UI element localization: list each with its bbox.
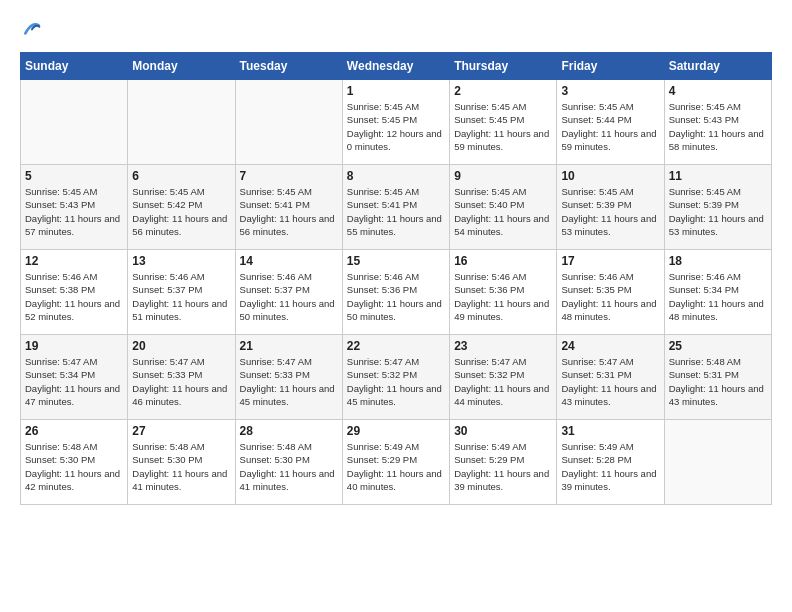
day-number: 21 bbox=[240, 339, 338, 353]
day-number: 23 bbox=[454, 339, 552, 353]
weekday-header-row: SundayMondayTuesdayWednesdayThursdayFrid… bbox=[21, 53, 772, 80]
weekday-header-saturday: Saturday bbox=[664, 53, 771, 80]
calendar-container: SundayMondayTuesdayWednesdayThursdayFrid… bbox=[0, 0, 792, 515]
day-number: 11 bbox=[669, 169, 767, 183]
day-number: 24 bbox=[561, 339, 659, 353]
cell-sun-info: Sunrise: 5:46 AMSunset: 5:36 PMDaylight:… bbox=[454, 270, 552, 323]
calendar-week-5: 26Sunrise: 5:48 AMSunset: 5:30 PMDayligh… bbox=[21, 420, 772, 505]
cell-sun-info: Sunrise: 5:45 AMSunset: 5:42 PMDaylight:… bbox=[132, 185, 230, 238]
cell-sun-info: Sunrise: 5:46 AMSunset: 5:36 PMDaylight:… bbox=[347, 270, 445, 323]
calendar-cell bbox=[21, 80, 128, 165]
calendar-cell: 18Sunrise: 5:46 AMSunset: 5:34 PMDayligh… bbox=[664, 250, 771, 335]
weekday-header-tuesday: Tuesday bbox=[235, 53, 342, 80]
cell-sun-info: Sunrise: 5:46 AMSunset: 5:37 PMDaylight:… bbox=[240, 270, 338, 323]
cell-sun-info: Sunrise: 5:48 AMSunset: 5:30 PMDaylight:… bbox=[132, 440, 230, 493]
calendar-cell: 15Sunrise: 5:46 AMSunset: 5:36 PMDayligh… bbox=[342, 250, 449, 335]
calendar-cell: 1Sunrise: 5:45 AMSunset: 5:45 PMDaylight… bbox=[342, 80, 449, 165]
day-number: 8 bbox=[347, 169, 445, 183]
cell-sun-info: Sunrise: 5:47 AMSunset: 5:33 PMDaylight:… bbox=[240, 355, 338, 408]
calendar-cell: 24Sunrise: 5:47 AMSunset: 5:31 PMDayligh… bbox=[557, 335, 664, 420]
calendar-cell: 30Sunrise: 5:49 AMSunset: 5:29 PMDayligh… bbox=[450, 420, 557, 505]
cell-sun-info: Sunrise: 5:45 AMSunset: 5:40 PMDaylight:… bbox=[454, 185, 552, 238]
day-number: 12 bbox=[25, 254, 123, 268]
cell-sun-info: Sunrise: 5:45 AMSunset: 5:41 PMDaylight:… bbox=[240, 185, 338, 238]
cell-sun-info: Sunrise: 5:49 AMSunset: 5:29 PMDaylight:… bbox=[347, 440, 445, 493]
calendar-cell: 20Sunrise: 5:47 AMSunset: 5:33 PMDayligh… bbox=[128, 335, 235, 420]
calendar-cell: 9Sunrise: 5:45 AMSunset: 5:40 PMDaylight… bbox=[450, 165, 557, 250]
calendar-table: SundayMondayTuesdayWednesdayThursdayFrid… bbox=[20, 52, 772, 505]
cell-sun-info: Sunrise: 5:48 AMSunset: 5:30 PMDaylight:… bbox=[240, 440, 338, 493]
day-number: 20 bbox=[132, 339, 230, 353]
calendar-week-2: 5Sunrise: 5:45 AMSunset: 5:43 PMDaylight… bbox=[21, 165, 772, 250]
cell-sun-info: Sunrise: 5:49 AMSunset: 5:28 PMDaylight:… bbox=[561, 440, 659, 493]
calendar-cell: 14Sunrise: 5:46 AMSunset: 5:37 PMDayligh… bbox=[235, 250, 342, 335]
day-number: 30 bbox=[454, 424, 552, 438]
cell-sun-info: Sunrise: 5:48 AMSunset: 5:31 PMDaylight:… bbox=[669, 355, 767, 408]
calendar-cell: 31Sunrise: 5:49 AMSunset: 5:28 PMDayligh… bbox=[557, 420, 664, 505]
day-number: 1 bbox=[347, 84, 445, 98]
day-number: 27 bbox=[132, 424, 230, 438]
day-number: 18 bbox=[669, 254, 767, 268]
cell-sun-info: Sunrise: 5:45 AMSunset: 5:39 PMDaylight:… bbox=[561, 185, 659, 238]
cell-sun-info: Sunrise: 5:45 AMSunset: 5:45 PMDaylight:… bbox=[454, 100, 552, 153]
day-number: 29 bbox=[347, 424, 445, 438]
weekday-header-sunday: Sunday bbox=[21, 53, 128, 80]
day-number: 3 bbox=[561, 84, 659, 98]
cell-sun-info: Sunrise: 5:45 AMSunset: 5:43 PMDaylight:… bbox=[669, 100, 767, 153]
calendar-cell: 4Sunrise: 5:45 AMSunset: 5:43 PMDaylight… bbox=[664, 80, 771, 165]
calendar-cell: 8Sunrise: 5:45 AMSunset: 5:41 PMDaylight… bbox=[342, 165, 449, 250]
calendar-week-4: 19Sunrise: 5:47 AMSunset: 5:34 PMDayligh… bbox=[21, 335, 772, 420]
cell-sun-info: Sunrise: 5:47 AMSunset: 5:32 PMDaylight:… bbox=[454, 355, 552, 408]
cell-sun-info: Sunrise: 5:47 AMSunset: 5:31 PMDaylight:… bbox=[561, 355, 659, 408]
cell-sun-info: Sunrise: 5:46 AMSunset: 5:38 PMDaylight:… bbox=[25, 270, 123, 323]
cell-sun-info: Sunrise: 5:46 AMSunset: 5:34 PMDaylight:… bbox=[669, 270, 767, 323]
cell-sun-info: Sunrise: 5:45 AMSunset: 5:41 PMDaylight:… bbox=[347, 185, 445, 238]
calendar-cell: 10Sunrise: 5:45 AMSunset: 5:39 PMDayligh… bbox=[557, 165, 664, 250]
weekday-header-wednesday: Wednesday bbox=[342, 53, 449, 80]
calendar-cell bbox=[128, 80, 235, 165]
day-number: 6 bbox=[132, 169, 230, 183]
day-number: 2 bbox=[454, 84, 552, 98]
calendar-cell: 7Sunrise: 5:45 AMSunset: 5:41 PMDaylight… bbox=[235, 165, 342, 250]
day-number: 28 bbox=[240, 424, 338, 438]
cell-sun-info: Sunrise: 5:46 AMSunset: 5:35 PMDaylight:… bbox=[561, 270, 659, 323]
weekday-header-friday: Friday bbox=[557, 53, 664, 80]
day-number: 7 bbox=[240, 169, 338, 183]
day-number: 17 bbox=[561, 254, 659, 268]
day-number: 5 bbox=[25, 169, 123, 183]
cell-sun-info: Sunrise: 5:47 AMSunset: 5:34 PMDaylight:… bbox=[25, 355, 123, 408]
calendar-cell: 16Sunrise: 5:46 AMSunset: 5:36 PMDayligh… bbox=[450, 250, 557, 335]
calendar-cell: 23Sunrise: 5:47 AMSunset: 5:32 PMDayligh… bbox=[450, 335, 557, 420]
calendar-cell: 12Sunrise: 5:46 AMSunset: 5:38 PMDayligh… bbox=[21, 250, 128, 335]
day-number: 14 bbox=[240, 254, 338, 268]
calendar-cell: 29Sunrise: 5:49 AMSunset: 5:29 PMDayligh… bbox=[342, 420, 449, 505]
calendar-cell: 17Sunrise: 5:46 AMSunset: 5:35 PMDayligh… bbox=[557, 250, 664, 335]
day-number: 13 bbox=[132, 254, 230, 268]
weekday-header-thursday: Thursday bbox=[450, 53, 557, 80]
cell-sun-info: Sunrise: 5:45 AMSunset: 5:45 PMDaylight:… bbox=[347, 100, 445, 153]
calendar-cell: 19Sunrise: 5:47 AMSunset: 5:34 PMDayligh… bbox=[21, 335, 128, 420]
day-number: 31 bbox=[561, 424, 659, 438]
calendar-week-3: 12Sunrise: 5:46 AMSunset: 5:38 PMDayligh… bbox=[21, 250, 772, 335]
day-number: 16 bbox=[454, 254, 552, 268]
calendar-cell: 26Sunrise: 5:48 AMSunset: 5:30 PMDayligh… bbox=[21, 420, 128, 505]
weekday-header-monday: Monday bbox=[128, 53, 235, 80]
logo-icon bbox=[22, 20, 42, 40]
day-number: 10 bbox=[561, 169, 659, 183]
day-number: 25 bbox=[669, 339, 767, 353]
cell-sun-info: Sunrise: 5:48 AMSunset: 5:30 PMDaylight:… bbox=[25, 440, 123, 493]
calendar-cell: 6Sunrise: 5:45 AMSunset: 5:42 PMDaylight… bbox=[128, 165, 235, 250]
day-number: 9 bbox=[454, 169, 552, 183]
calendar-cell: 25Sunrise: 5:48 AMSunset: 5:31 PMDayligh… bbox=[664, 335, 771, 420]
day-number: 19 bbox=[25, 339, 123, 353]
calendar-cell: 28Sunrise: 5:48 AMSunset: 5:30 PMDayligh… bbox=[235, 420, 342, 505]
calendar-cell: 22Sunrise: 5:47 AMSunset: 5:32 PMDayligh… bbox=[342, 335, 449, 420]
day-number: 26 bbox=[25, 424, 123, 438]
cell-sun-info: Sunrise: 5:47 AMSunset: 5:33 PMDaylight:… bbox=[132, 355, 230, 408]
cell-sun-info: Sunrise: 5:45 AMSunset: 5:39 PMDaylight:… bbox=[669, 185, 767, 238]
logo bbox=[20, 20, 42, 40]
calendar-week-1: 1Sunrise: 5:45 AMSunset: 5:45 PMDaylight… bbox=[21, 80, 772, 165]
calendar-cell: 5Sunrise: 5:45 AMSunset: 5:43 PMDaylight… bbox=[21, 165, 128, 250]
cell-sun-info: Sunrise: 5:46 AMSunset: 5:37 PMDaylight:… bbox=[132, 270, 230, 323]
calendar-cell: 21Sunrise: 5:47 AMSunset: 5:33 PMDayligh… bbox=[235, 335, 342, 420]
